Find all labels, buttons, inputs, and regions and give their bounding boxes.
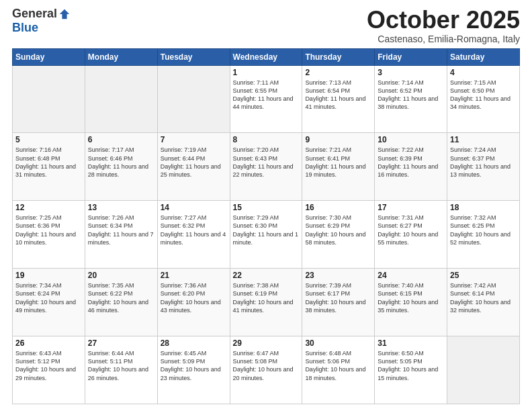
day-info: Sunrise: 7:20 AM Sunset: 6:43 PM Dayligh… [233, 146, 300, 179]
day-info: Sunrise: 7:14 AM Sunset: 6:52 PM Dayligh… [378, 79, 444, 111]
calendar-cell: 5Sunrise: 7:16 AM Sunset: 6:48 PM Daylig… [13, 133, 85, 201]
header-thursday: Thursday [302, 48, 375, 65]
day-number: 24 [378, 271, 444, 280]
calendar-cell: 19Sunrise: 7:34 AM Sunset: 6:24 PM Dayli… [13, 269, 85, 336]
calendar-cell: 1Sunrise: 7:11 AM Sunset: 6:55 PM Daylig… [230, 65, 302, 133]
day-info: Sunrise: 7:32 AM Sunset: 6:25 PM Dayligh… [450, 214, 517, 246]
calendar-cell: 15Sunrise: 7:29 AM Sunset: 6:30 PM Dayli… [230, 201, 302, 269]
day-info: Sunrise: 7:38 AM Sunset: 6:19 PM Dayligh… [233, 281, 300, 314]
calendar-cell: 7Sunrise: 7:19 AM Sunset: 6:44 PM Daylig… [157, 133, 230, 201]
day-info: Sunrise: 7:21 AM Sunset: 6:41 PM Dayligh… [305, 146, 371, 179]
day-info: Sunrise: 7:29 AM Sunset: 6:30 PM Dayligh… [233, 214, 300, 246]
logo-general: General [12, 7, 57, 21]
calendar-cell: 10Sunrise: 7:22 AM Sunset: 6:39 PM Dayli… [375, 133, 447, 201]
day-number: 15 [233, 203, 300, 212]
calendar-cell: 21Sunrise: 7:36 AM Sunset: 6:20 PM Dayli… [157, 269, 230, 336]
header-tuesday: Tuesday [157, 48, 230, 65]
day-number: 29 [233, 338, 300, 348]
day-info: Sunrise: 7:22 AM Sunset: 6:39 PM Dayligh… [378, 146, 444, 179]
day-number: 4 [450, 68, 517, 77]
day-info: Sunrise: 7:34 AM Sunset: 6:24 PM Dayligh… [15, 281, 82, 314]
day-number: 10 [378, 135, 444, 144]
calendar-cell: 14Sunrise: 7:27 AM Sunset: 6:32 PM Dayli… [157, 201, 230, 269]
calendar-cell: 2Sunrise: 7:13 AM Sunset: 6:54 PM Daylig… [302, 65, 375, 133]
day-number: 23 [305, 271, 371, 280]
day-info: Sunrise: 7:15 AM Sunset: 6:50 PM Dayligh… [450, 79, 517, 111]
day-number: 16 [305, 203, 371, 212]
location-subtitle: Castenaso, Emilia-Romagna, Italy [367, 34, 520, 44]
title-block: October 2025 Castenaso, Emilia-Romagna, … [367, 7, 520, 44]
logo-icon [58, 8, 71, 20]
logo-blue: Blue [12, 21, 38, 35]
day-number: 31 [378, 338, 444, 348]
calendar-cell: 12Sunrise: 7:25 AM Sunset: 6:36 PM Dayli… [13, 201, 85, 269]
day-number: 28 [161, 338, 227, 348]
calendar-cell: 27Sunrise: 6:44 AM Sunset: 5:11 PM Dayli… [85, 336, 157, 404]
day-number: 27 [88, 338, 154, 348]
day-info: Sunrise: 7:16 AM Sunset: 6:48 PM Dayligh… [15, 146, 82, 179]
day-number: 22 [233, 271, 300, 280]
day-info: Sunrise: 6:44 AM Sunset: 5:11 PM Dayligh… [88, 349, 154, 382]
calendar-cell: 13Sunrise: 7:26 AM Sunset: 6:34 PM Dayli… [85, 201, 157, 269]
svg-marker-0 [60, 9, 69, 18]
calendar-cell: 3Sunrise: 7:14 AM Sunset: 6:52 PM Daylig… [375, 65, 447, 133]
day-info: Sunrise: 7:36 AM Sunset: 6:20 PM Dayligh… [161, 281, 227, 314]
day-number: 5 [15, 135, 82, 144]
header: General Blue October 2025 Castenaso, Emi… [12, 7, 520, 44]
calendar-cell: 9Sunrise: 7:21 AM Sunset: 6:41 PM Daylig… [302, 133, 375, 201]
day-info: Sunrise: 6:45 AM Sunset: 5:09 PM Dayligh… [161, 349, 227, 382]
day-number: 20 [88, 271, 154, 280]
header-monday: Monday [85, 48, 157, 65]
calendar-cell: 11Sunrise: 7:24 AM Sunset: 6:37 PM Dayli… [447, 133, 520, 201]
calendar-cell: 31Sunrise: 6:50 AM Sunset: 5:05 PM Dayli… [375, 336, 447, 404]
day-info: Sunrise: 7:19 AM Sunset: 6:44 PM Dayligh… [161, 146, 227, 179]
day-info: Sunrise: 7:11 AM Sunset: 6:55 PM Dayligh… [233, 79, 300, 111]
header-friday: Friday [375, 48, 447, 65]
calendar-week-2: 5Sunrise: 7:16 AM Sunset: 6:48 PM Daylig… [13, 133, 520, 201]
day-number: 26 [15, 338, 82, 348]
page: General Blue October 2025 Castenaso, Emi… [0, 0, 532, 411]
calendar-week-3: 12Sunrise: 7:25 AM Sunset: 6:36 PM Dayli… [13, 201, 520, 269]
calendar-cell: 17Sunrise: 7:31 AM Sunset: 6:27 PM Dayli… [375, 201, 447, 269]
day-number: 1 [233, 68, 300, 77]
calendar-week-4: 19Sunrise: 7:34 AM Sunset: 6:24 PM Dayli… [13, 269, 520, 336]
calendar-cell: 18Sunrise: 7:32 AM Sunset: 6:25 PM Dayli… [447, 201, 520, 269]
calendar-cell: 29Sunrise: 6:47 AM Sunset: 5:08 PM Dayli… [230, 336, 302, 404]
day-number: 17 [378, 203, 444, 212]
day-info: Sunrise: 7:17 AM Sunset: 6:46 PM Dayligh… [88, 146, 154, 179]
day-info: Sunrise: 6:43 AM Sunset: 5:12 PM Dayligh… [15, 349, 82, 382]
calendar-week-1: 1Sunrise: 7:11 AM Sunset: 6:55 PM Daylig… [13, 65, 520, 133]
day-info: Sunrise: 6:47 AM Sunset: 5:08 PM Dayligh… [233, 349, 300, 382]
day-info: Sunrise: 7:35 AM Sunset: 6:22 PM Dayligh… [88, 281, 154, 314]
day-number: 14 [161, 203, 227, 212]
month-title: October 2025 [367, 7, 520, 34]
day-number: 6 [88, 135, 154, 144]
header-wednesday: Wednesday [230, 48, 302, 65]
calendar-cell: 25Sunrise: 7:42 AM Sunset: 6:14 PM Dayli… [447, 269, 520, 336]
weekday-header-row: Sunday Monday Tuesday Wednesday Thursday… [13, 48, 520, 65]
calendar-cell: 24Sunrise: 7:40 AM Sunset: 6:15 PM Dayli… [375, 269, 447, 336]
calendar-cell [157, 65, 230, 133]
day-info: Sunrise: 7:31 AM Sunset: 6:27 PM Dayligh… [378, 214, 444, 246]
day-number: 2 [305, 68, 371, 77]
calendar-cell [85, 65, 157, 133]
day-number: 21 [161, 271, 227, 280]
logo: General Blue [12, 7, 71, 35]
calendar-cell: 8Sunrise: 7:20 AM Sunset: 6:43 PM Daylig… [230, 133, 302, 201]
day-number: 25 [450, 271, 517, 280]
header-sunday: Sunday [13, 48, 85, 65]
day-info: Sunrise: 7:40 AM Sunset: 6:15 PM Dayligh… [378, 281, 444, 314]
calendar-cell: 23Sunrise: 7:39 AM Sunset: 6:17 PM Dayli… [302, 269, 375, 336]
day-number: 9 [305, 135, 371, 144]
day-number: 13 [88, 203, 154, 212]
day-info: Sunrise: 6:50 AM Sunset: 5:05 PM Dayligh… [378, 349, 444, 382]
day-number: 30 [305, 338, 371, 348]
day-number: 11 [450, 135, 517, 144]
calendar-cell: 26Sunrise: 6:43 AM Sunset: 5:12 PM Dayli… [13, 336, 85, 404]
day-info: Sunrise: 7:30 AM Sunset: 6:29 PM Dayligh… [305, 214, 371, 246]
day-number: 7 [161, 135, 227, 144]
day-info: Sunrise: 7:26 AM Sunset: 6:34 PM Dayligh… [88, 214, 154, 246]
calendar: Sunday Monday Tuesday Wednesday Thursday… [12, 48, 520, 404]
calendar-cell: 6Sunrise: 7:17 AM Sunset: 6:46 PM Daylig… [85, 133, 157, 201]
day-info: Sunrise: 7:39 AM Sunset: 6:17 PM Dayligh… [305, 281, 371, 314]
